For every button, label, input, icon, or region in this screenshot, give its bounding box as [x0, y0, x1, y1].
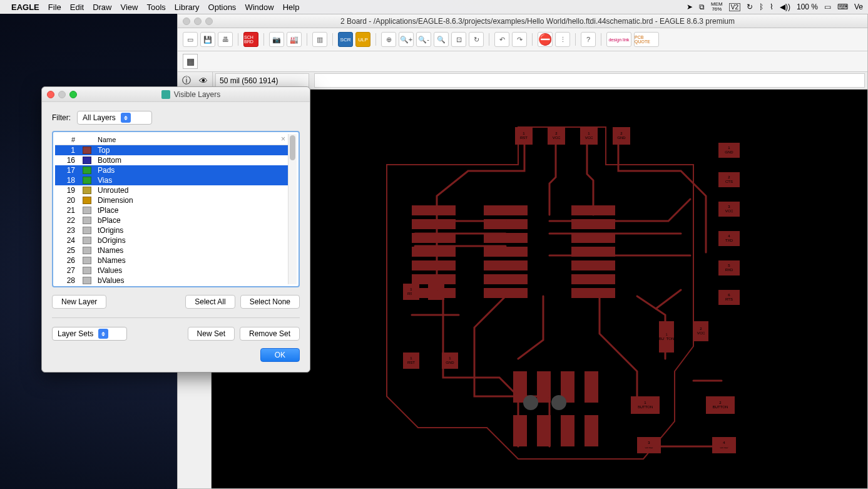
chip-icon — [161, 90, 170, 99]
layer-row[interactable]: 28bValues — [55, 275, 288, 284]
svg-rect-54 — [561, 415, 574, 446]
svg-point-70 — [551, 395, 566, 410]
close-icon[interactable] — [183, 18, 190, 25]
zoom-fit-button[interactable]: ⊕ — [381, 32, 396, 47]
wifi-icon[interactable]: ⌇ — [770, 3, 774, 11]
grid-button[interactable]: ▦ — [183, 54, 198, 69]
location-icon[interactable]: ➤ — [687, 3, 693, 11]
minimize-icon[interactable] — [194, 18, 202, 25]
column-header-name[interactable]: Name — [94, 136, 288, 143]
pcb-quote-button[interactable]: PCB QUOTE — [634, 32, 659, 47]
menu-draw[interactable]: Draw — [93, 3, 111, 12]
menu-view[interactable]: View — [121, 3, 138, 12]
select-all-button[interactable]: Select All — [185, 295, 235, 309]
layer-row[interactable]: 23tOrigins — [55, 225, 288, 235]
column-header-num[interactable]: # — [55, 136, 80, 143]
macos-menubar: EAGLE File Edit Draw View Tools Library … — [0, 0, 868, 14]
layer-row[interactable]: 19Unrouted — [55, 185, 288, 195]
sch-brd-button[interactable]: SCH BRD — [243, 32, 258, 47]
svg-rect-55 — [585, 371, 598, 403]
layer-row[interactable]: 26bNames — [55, 255, 288, 265]
menu-help[interactable]: Help — [283, 3, 300, 12]
window-titlebar[interactable]: 2 Board - /Applications/EAGLE-8.6.3/proj… — [178, 14, 867, 28]
new-set-button[interactable]: New Set — [188, 327, 235, 341]
svg-rect-56 — [585, 415, 598, 446]
menu-tools[interactable]: Tools — [146, 3, 165, 12]
new-layer-button[interactable]: New Layer — [52, 295, 106, 309]
print-button[interactable]: 🖶 — [218, 32, 233, 47]
ok-button[interactable]: OK — [260, 348, 300, 362]
undo-button[interactable]: ↶ — [494, 32, 509, 47]
zoom-in-button[interactable]: 🔍+ — [399, 32, 414, 47]
layer-row[interactable]: 20Dimension — [55, 195, 288, 205]
eye-icon[interactable]: 👁 — [199, 76, 208, 86]
battery-icon[interactable]: ▭ — [824, 3, 831, 11]
svg-rect-29 — [484, 205, 528, 215]
ulp-button[interactable]: ULP — [355, 32, 370, 47]
layer-row[interactable]: 17Pads — [55, 165, 288, 175]
command-input[interactable] — [314, 73, 865, 88]
close-column-icon[interactable]: × — [281, 135, 285, 143]
bluetooth-icon[interactable]: ᛒ — [759, 3, 763, 11]
battery-status[interactable]: 100 % — [797, 3, 818, 11]
zoom-select-button[interactable]: ⊡ — [451, 32, 466, 47]
layer-row[interactable]: 18Vias — [55, 175, 288, 185]
filter-combo[interactable]: All Layers — [77, 111, 152, 125]
design-link-button[interactable]: design link — [606, 32, 631, 47]
coordinates-display: 50 mil (560 1914) — [215, 73, 309, 88]
filter-label: Filter: — [52, 113, 71, 122]
library-button[interactable]: ▥ — [312, 32, 327, 47]
open-button[interactable]: ▭ — [183, 32, 198, 47]
layer-row[interactable]: 21tPlace — [55, 205, 288, 215]
menu-options[interactable]: Options — [208, 3, 237, 12]
zoom-redraw-button[interactable]: 🔍 — [434, 32, 449, 47]
remove-set-button[interactable]: Remove Set — [240, 327, 300, 341]
select-none-button[interactable]: Select None — [240, 295, 300, 309]
save-button[interactable]: 💾 — [200, 32, 215, 47]
scr-button[interactable]: SCR — [338, 32, 353, 47]
input-menu-icon[interactable]: ⌨ — [837, 3, 848, 11]
menu-file[interactable]: File — [48, 3, 61, 12]
refresh-button[interactable]: ↻ — [469, 32, 484, 47]
zoom-out-button[interactable]: 🔍- — [416, 32, 431, 47]
dialog-title-text: Visible Layers — [174, 90, 220, 99]
layer-row[interactable]: 24bOrigins — [55, 235, 288, 245]
manufacture-button[interactable]: 🏭 — [287, 32, 302, 47]
layer-sets-combo[interactable]: Layer Sets — [52, 327, 127, 341]
layer-row[interactable]: 1Top — [55, 145, 288, 155]
app-name[interactable]: EAGLE — [11, 3, 39, 12]
layer-table[interactable]: # Name × 1Top16Bottom17Pads18Vias19Unrou… — [55, 134, 288, 284]
svg-rect-45 — [571, 274, 615, 284]
layer-row[interactable]: 22bPlace — [55, 215, 288, 225]
info-icon[interactable]: ⓘ — [182, 75, 191, 86]
menu-library[interactable]: Library — [175, 3, 200, 12]
scrollbar[interactable] — [288, 134, 297, 284]
help-button[interactable]: ? — [581, 32, 596, 47]
svg-rect-46 — [412, 288, 456, 298]
go-button[interactable]: ⋮ — [555, 32, 570, 47]
layer-row[interactable]: 25tNames — [55, 245, 288, 255]
minimize-icon[interactable] — [58, 91, 66, 98]
zoom-icon[interactable] — [205, 18, 213, 25]
menu-window[interactable]: Window — [245, 3, 273, 12]
window-title: 2 Board - /Applications/EAGLE-8.6.3/proj… — [213, 17, 862, 26]
layer-row[interactable]: 27tValues — [55, 265, 288, 275]
redo-button[interactable]: ↷ — [512, 32, 527, 47]
svg-rect-43 — [412, 274, 456, 284]
close-icon[interactable] — [47, 91, 54, 98]
memory-indicator[interactable]: MEM76% — [711, 2, 723, 12]
dialog-titlebar[interactable]: Visible Layers — [42, 87, 310, 102]
time-machine-icon[interactable]: ↻ — [747, 3, 753, 11]
menu-edit[interactable]: Edit — [70, 3, 84, 12]
cam-button[interactable]: 📷 — [269, 32, 284, 47]
layer-row[interactable]: 16Bottom — [55, 155, 288, 165]
stop-button[interactable]: ⛔ — [538, 32, 553, 47]
vpn-icon[interactable]: V2 — [729, 3, 740, 11]
chevron-updown-icon — [98, 329, 108, 339]
zoom-icon[interactable] — [69, 91, 77, 98]
svg-rect-41 — [484, 260, 528, 270]
dropbox-icon[interactable]: ⧉ — [699, 3, 705, 11]
svg-rect-37 — [412, 247, 456, 257]
svg-rect-38 — [484, 247, 528, 257]
volume-icon[interactable]: ◀)) — [780, 3, 790, 11]
